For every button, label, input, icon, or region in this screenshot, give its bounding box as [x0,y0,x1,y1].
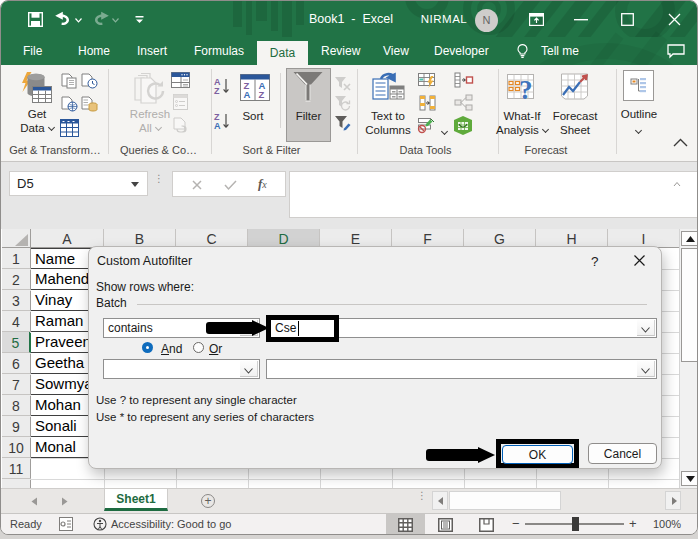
svg-text:Z: Z [259,89,265,100]
svg-text:A: A [214,121,221,131]
svg-text:A: A [244,89,251,100]
svg-text:Z: Z [214,86,220,96]
svg-text:?: ? [519,75,533,105]
